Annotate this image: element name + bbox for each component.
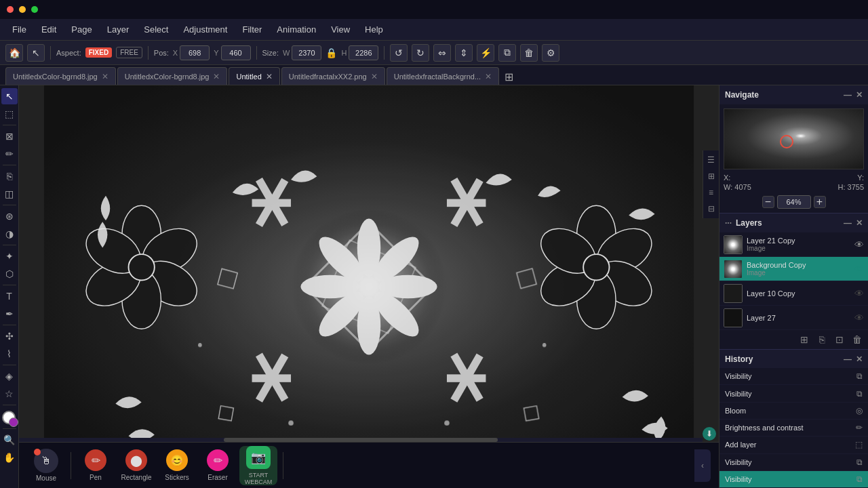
layer-item-3[interactable]: Layer 27 👁 — [719, 306, 868, 330]
rectangle-tool[interactable]: ⬤ Rectangle — [117, 446, 155, 485]
tool-smudge[interactable]: ⌇ — [1, 346, 18, 362]
close-dot[interactable] — [7, 6, 14, 13]
tool-fill[interactable]: ⊛ — [1, 208, 18, 224]
tool-zoom[interactable]: 🔍 — [1, 432, 18, 448]
layer-item-2[interactable]: Layer 10 Copy 👁 — [719, 281, 868, 306]
menu-file[interactable]: File — [5, 22, 33, 37]
tool-crop[interactable]: ⊠ — [1, 128, 18, 144]
stickers-tool[interactable]: 😊 Stickers — [158, 446, 196, 485]
flip-v-button[interactable]: ⇕ — [455, 44, 473, 62]
minimize-dot[interactable] — [19, 6, 26, 13]
undo-button[interactable]: ↺ — [390, 44, 408, 62]
tab-4[interactable]: UntitledxfractalBackgrnd... ✕ — [387, 67, 499, 85]
layer-visibility-2[interactable]: 👁 — [854, 288, 864, 299]
layers-dots[interactable]: ··· — [725, 218, 732, 228]
panel-icon-2[interactable]: ⊞ — [705, 169, 718, 183]
tool-text[interactable]: T — [1, 288, 18, 304]
tool-heal[interactable]: ✣ — [1, 328, 18, 344]
layers-minimize[interactable]: — — [844, 218, 852, 228]
history-close[interactable]: ✕ — [856, 354, 863, 364]
history-item-3[interactable]: Brightness and contrast ✏ — [719, 420, 868, 436]
x-input[interactable] — [180, 45, 210, 60]
tool-pan[interactable]: ✋ — [1, 449, 18, 466]
history-item-4[interactable]: Add layer ⬚ — [719, 436, 868, 453]
tool-brush[interactable]: ✏ — [1, 146, 18, 162]
tool-move[interactable]: ↖ — [1, 88, 18, 104]
tab-1-close[interactable]: ✕ — [213, 72, 220, 81]
settings-button[interactable]: ⚙ — [542, 44, 559, 62]
layer-visibility-3[interactable]: 👁 — [854, 312, 864, 323]
menu-view[interactable]: View — [324, 22, 357, 37]
panel-icon-4[interactable]: ⊟ — [705, 202, 718, 216]
tool-select-rect[interactable]: ⬚ — [1, 106, 18, 122]
menu-edit[interactable]: Edit — [35, 22, 63, 37]
tab-3[interactable]: UntitledfractalxXX2.png ✕ — [281, 67, 385, 85]
add-layer-button[interactable]: ⊞ — [797, 333, 811, 346]
menu-page[interactable]: Page — [64, 22, 98, 37]
flip-h-button[interactable]: ⇔ — [433, 44, 451, 62]
history-item-6[interactable]: Visibility ⧉ — [719, 471, 868, 488]
history-item-1[interactable]: Visibility ⧉ — [719, 385, 868, 402]
navigate-close[interactable]: ✕ — [856, 90, 863, 100]
w-input[interactable] — [292, 45, 321, 60]
menu-adjustment[interactable]: Adjustment — [176, 22, 234, 37]
panel-icon-1[interactable]: ☰ — [705, 153, 718, 167]
h-input[interactable] — [349, 45, 378, 60]
layer-visibility-0[interactable]: 👁 — [854, 239, 864, 250]
tool-clone[interactable]: ⎘ — [1, 168, 18, 184]
tool-shape[interactable]: ⬡ — [1, 266, 18, 282]
tool-adjust[interactable]: ◈ — [1, 368, 18, 384]
menu-layer[interactable]: Layer — [100, 22, 136, 37]
delete-button[interactable]: 🗑 — [520, 44, 538, 62]
free-badge[interactable]: FREE — [116, 47, 142, 58]
duplicate-layer-button[interactable]: ⎘ — [815, 333, 829, 346]
layer-item-1[interactable]: Background Copy Image 👁 — [719, 257, 868, 281]
menu-animation[interactable]: Animation — [270, 22, 323, 37]
eraser-tool[interactable]: ✏ Eraser — [199, 446, 237, 485]
tab-add-button[interactable]: ⊞ — [500, 68, 517, 85]
history-minimize[interactable]: — — [844, 354, 852, 364]
cursor-tool[interactable]: ↖ — [27, 44, 45, 62]
pen-tool[interactable]: ✏ Pen — [77, 446, 115, 485]
home-button[interactable]: 🏠 — [5, 44, 23, 62]
panel-icon-3[interactable]: ≡ — [705, 186, 718, 199]
delete-layer-button[interactable]: 🗑 — [850, 333, 864, 346]
menu-help[interactable]: Help — [358, 22, 390, 37]
tab-0[interactable]: UntitledxColor-bgrnd8.jpg ✕ — [5, 67, 116, 85]
maximize-dot[interactable] — [31, 6, 38, 13]
menu-filter[interactable]: Filter — [235, 22, 269, 37]
history-item-5[interactable]: Visibility ⧉ — [719, 454, 868, 471]
tool-pen[interactable]: ✒ — [1, 306, 18, 322]
tab-2-close[interactable]: ✕ — [266, 72, 273, 81]
svg-point-47 — [542, 343, 547, 347]
history-item-0[interactable]: Visibility ⧉ — [719, 368, 868, 385]
transform-button[interactable]: ⚡ — [477, 44, 494, 62]
zoom-input[interactable] — [777, 195, 811, 209]
tool-gradient[interactable]: ◑ — [1, 226, 18, 242]
bottom-collapse-button[interactable]: ‹ — [694, 449, 711, 482]
zoom-out-button[interactable]: − — [762, 196, 774, 208]
zoom-in-button[interactable]: + — [814, 196, 826, 208]
secondary-color[interactable] — [9, 418, 18, 427]
group-layer-button[interactable]: ⊡ — [833, 333, 846, 346]
canvas-area[interactable] — [19, 85, 719, 488]
layers-close[interactable]: ✕ — [856, 218, 863, 228]
y-input[interactable] — [221, 45, 251, 60]
webcam-tool[interactable]: 📷 START WEBCAM — [239, 446, 277, 485]
tool-eraser[interactable]: ◫ — [1, 186, 18, 202]
fixed-badge[interactable]: FIXED — [85, 47, 112, 58]
navigate-minimize[interactable]: — — [844, 90, 852, 100]
tab-3-close[interactable]: ✕ — [371, 72, 378, 81]
menu-select[interactable]: Select — [137, 22, 175, 37]
tab-4-close[interactable]: ✕ — [485, 72, 492, 81]
tab-1[interactable]: UntitledxColor-bgrnd8.jpg ✕ — [117, 67, 228, 85]
history-item-2[interactable]: Bloom ◎ — [719, 403, 868, 420]
layer-visibility-1[interactable]: 👁 — [854, 264, 864, 274]
layer-item-0[interactable]: Layer 21 Copy Image 👁 — [719, 232, 868, 257]
redo-button[interactable]: ↻ — [412, 44, 429, 62]
copy-button[interactable]: ⧉ — [498, 44, 516, 62]
tool-stickers[interactable]: ✦ — [1, 248, 18, 264]
tab-2[interactable]: Untitled ✕ — [229, 67, 279, 85]
tab-0-close[interactable]: ✕ — [102, 72, 108, 81]
tool-effect[interactable]: ☆ — [1, 386, 18, 402]
